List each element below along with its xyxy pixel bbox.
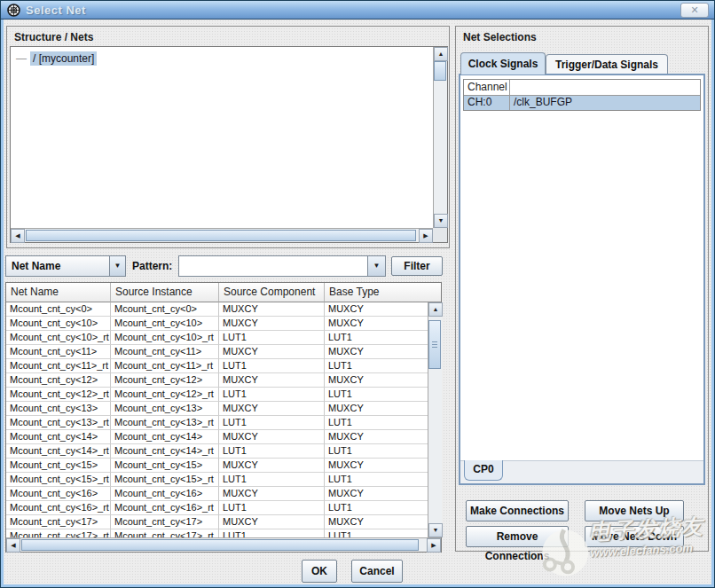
remove-connections-button[interactable]: Remove Connections — [466, 526, 569, 547]
column-header-base-type[interactable]: Base Type — [325, 283, 428, 302]
table-cell: Mcount_cnt_cy<13>_rt — [111, 416, 219, 430]
chevron-down-icon[interactable]: ▼ — [367, 256, 385, 276]
channel-table: Channel CH:0 /clk_BUFGP — [463, 79, 701, 111]
column-header-channel: Channel — [464, 80, 510, 95]
field-selector-combo[interactable]: Net Name ▼ — [5, 255, 126, 277]
table-vertical-scrollbar[interactable]: ▲ ▼ — [428, 302, 442, 537]
tree-expand-handle[interactable]: — — [16, 52, 27, 65]
table-cell: Mcount_cnt_cy<17>_rt — [6, 529, 111, 537]
table-row[interactable]: Mcount_cnt_cy<16>Mcount_cnt_cy<16>MUXCYM… — [6, 487, 428, 501]
scroll-right-icon[interactable]: ▶ — [419, 229, 433, 243]
table-row[interactable]: Mcount_cnt_cy<12>_rtMcount_cnt_cy<12>_rt… — [6, 388, 428, 402]
column-header-source-instance[interactable]: Source Instance — [111, 283, 219, 302]
tab-cp0[interactable]: CP0 — [464, 460, 503, 481]
table-cell: MUXCY — [219, 515, 325, 529]
net-table: Net Name Source Instance Source Componen… — [5, 282, 442, 553]
table-row[interactable]: Mcount_cnt_cy<14>_rtMcount_cnt_cy<14>_rt… — [6, 444, 428, 459]
pattern-input[interactable] — [179, 256, 368, 276]
ok-button[interactable]: OK — [302, 560, 337, 583]
table-cell: Mcount_cnt_cy<17> — [6, 515, 111, 529]
make-connections-button[interactable]: Make Connections — [466, 500, 569, 521]
table-row[interactable]: Mcount_cnt_cy<13>Mcount_cnt_cy<13>MUXCYM… — [6, 402, 428, 416]
table-cell: LUT1 — [219, 359, 325, 373]
table-cell: MUXCY — [219, 317, 325, 331]
table-row[interactable]: Mcount_cnt_cy<16>_rtMcount_cnt_cy<16>_rt… — [6, 501, 428, 515]
table-horizontal-scrollbar[interactable]: ◀ ▶ — [6, 537, 441, 552]
table-row[interactable]: Mcount_cnt_cy<17>_rtMcount_cnt_cy<17>_rt… — [6, 529, 428, 537]
table-cell: LUT1 — [325, 416, 428, 430]
close-button[interactable]: ✕ — [680, 3, 709, 18]
tree-vertical-scrollbar[interactable]: ▲ ▼ — [433, 47, 447, 228]
header-filler — [428, 283, 441, 302]
table-row[interactable]: Mcount_cnt_cy<15>Mcount_cnt_cy<15>MUXCYM… — [6, 459, 428, 473]
tab-clock-signals[interactable]: Clock Signals — [460, 52, 546, 74]
table-cell: Mcount_cnt_cy<17> — [111, 515, 219, 529]
table-row[interactable]: Mcount_cnt_cy<17>Mcount_cnt_cy<17>MUXCYM… — [6, 515, 428, 529]
table-cell: Mcount_cnt_cy<15>_rt — [111, 473, 219, 487]
tree-node-label[interactable]: / [mycounter] — [30, 51, 97, 66]
table-cell: MUXCY — [325, 373, 428, 388]
field-selector-value: Net Name — [12, 260, 60, 272]
table-cell: Mcount_cnt_cy<11> — [6, 345, 111, 359]
table-row[interactable]: Mcount_cnt_cy<15>_rtMcount_cnt_cy<15>_rt… — [6, 473, 428, 487]
table-cell: Mcount_cnt_cy<12>_rt — [111, 388, 219, 402]
move-nets-down-button[interactable]: Move Nets Down — [585, 526, 684, 547]
table-vscroll-thumb[interactable] — [428, 320, 441, 369]
structure-nets-panel: Structure / Nets —/ [mycounter] ▲ ▼ ◀ ▶ — [6, 26, 450, 248]
tab-trigger-data-signals[interactable]: Trigger/Data Signals — [546, 54, 668, 74]
scroll-right-icon[interactable]: ▶ — [427, 538, 441, 553]
table-cell: LUT1 — [219, 444, 325, 459]
tree-vscroll-thumb[interactable] — [434, 61, 446, 81]
window-title: Select Net — [26, 4, 86, 17]
chevron-down-icon[interactable]: ▼ — [109, 256, 125, 276]
scroll-corner — [433, 228, 447, 242]
table-row[interactable]: Mcount_cnt_cy<10>_rtMcount_cnt_cy<10>_rt… — [6, 331, 428, 345]
scroll-left-icon[interactable]: ◀ — [11, 229, 25, 243]
scroll-up-icon[interactable]: ▲ — [428, 302, 443, 317]
table-cell: MUXCY — [325, 515, 428, 529]
table-cell: Mcount_cnt_cy<0> — [111, 302, 219, 317]
table-cell: Mcount_cnt_cy<14>_rt — [111, 444, 219, 459]
channel-row[interactable]: CH:0 /clk_BUFGP — [464, 96, 700, 110]
title-bar[interactable]: Select Net ✕ — [1, 1, 714, 20]
scroll-up-icon[interactable]: ▲ — [434, 47, 448, 61]
table-cell: Mcount_cnt_cy<14> — [111, 430, 219, 444]
table-row[interactable]: Mcount_cnt_cy<12>Mcount_cnt_cy<12>MUXCYM… — [6, 373, 428, 388]
table-row[interactable]: Mcount_cnt_cy<13>_rtMcount_cnt_cy<13>_rt… — [6, 416, 428, 430]
tree-hscroll-thumb[interactable] — [26, 230, 416, 241]
scroll-down-icon[interactable]: ▼ — [428, 523, 443, 537]
table-cell: MUXCY — [219, 345, 325, 359]
table-row[interactable]: Mcount_cnt_cy<0>Mcount_cnt_cy<0>MUXCYMUX… — [6, 302, 428, 317]
table-cell: Mcount_cnt_cy<10> — [111, 317, 219, 331]
tree-horizontal-scrollbar[interactable]: ◀ ▶ — [11, 228, 433, 242]
column-header-source-component[interactable]: Source Component — [219, 283, 325, 302]
table-cell: Mcount_cnt_cy<11>_rt — [111, 359, 219, 373]
column-header-net-name[interactable]: Net Name — [6, 283, 111, 302]
table-row[interactable]: Mcount_cnt_cy<11>_rtMcount_cnt_cy<11>_rt… — [6, 359, 428, 373]
table-cell: Mcount_cnt_cy<15> — [111, 459, 219, 473]
table-cell: Mcount_cnt_cy<12> — [111, 373, 219, 388]
table-cell: LUT1 — [325, 388, 428, 402]
table-row[interactable]: Mcount_cnt_cy<10>Mcount_cnt_cy<10>MUXCYM… — [6, 317, 428, 331]
pattern-combo[interactable]: ▼ — [178, 255, 386, 277]
table-cell: MUXCY — [219, 430, 325, 444]
table-cell: MUXCY — [219, 373, 325, 388]
unit-tab-strip: CP0 — [460, 460, 703, 483]
table-cell: MUXCY — [219, 459, 325, 473]
scroll-down-icon[interactable]: ▼ — [434, 214, 448, 228]
table-cell: Mcount_cnt_cy<11>_rt — [6, 359, 111, 373]
channel-table-header: Channel — [464, 80, 700, 96]
table-cell: Mcount_cnt_cy<15>_rt — [6, 473, 111, 487]
tree-node-mycounter[interactable]: —/ [mycounter] — [16, 52, 97, 65]
table-cell: MUXCY — [325, 345, 428, 359]
table-cell: LUT1 — [219, 331, 325, 345]
table-hscroll-thumb[interactable] — [21, 539, 419, 551]
move-nets-up-button[interactable]: Move Nets Up — [585, 500, 684, 521]
scroll-left-icon[interactable]: ◀ — [6, 538, 20, 553]
filter-button[interactable]: Filter — [391, 256, 443, 276]
cancel-button[interactable]: Cancel — [351, 560, 403, 583]
table-row[interactable]: Mcount_cnt_cy<11>Mcount_cnt_cy<11>MUXCYM… — [6, 345, 428, 359]
table-row[interactable]: Mcount_cnt_cy<14>Mcount_cnt_cy<14>MUXCYM… — [6, 430, 428, 444]
structure-nets-title: Structure / Nets — [14, 31, 93, 43]
table-cell: Mcount_cnt_cy<16> — [6, 487, 111, 501]
